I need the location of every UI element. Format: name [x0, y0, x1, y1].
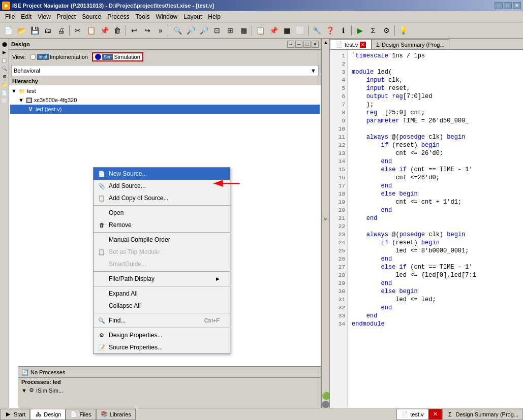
- side-icon-3[interactable]: 📋: [1, 57, 8, 64]
- more-button[interactable]: »: [155, 24, 167, 37]
- ctx-source-props[interactable]: 📝 Source Properties...: [94, 341, 230, 353]
- menu-tools[interactable]: Tools: [133, 12, 153, 21]
- dropdown-arrow-icon: ▼: [311, 68, 316, 74]
- smartguide-icon: [98, 260, 106, 268]
- design-summary-tab[interactable]: Σ Design Summary (Prog...: [372, 39, 449, 49]
- redo-button[interactable]: ↪: [141, 24, 153, 37]
- side-icon-7[interactable]: 📄: [1, 89, 8, 96]
- tree-item-module-label: led (test.v): [36, 106, 61, 112]
- green-circle-icon[interactable]: 🟢: [322, 392, 330, 400]
- ctx-find[interactable]: 🔍 Find... Ctrl+F: [94, 314, 230, 327]
- ctx-add-copy[interactable]: 📋 Add Copy of Source...: [94, 192, 230, 204]
- ctx-manual-compile-label: Manual Compile Order: [109, 236, 170, 243]
- sim-radio[interactable]: [95, 54, 101, 60]
- ctx-open[interactable]: Open: [94, 207, 230, 219]
- wrench-button[interactable]: 🔧: [311, 24, 323, 37]
- side-icon-5[interactable]: ⚙: [1, 73, 8, 80]
- collapse-up-button[interactable]: ▲: [322, 39, 329, 46]
- source-props-icon: 📝: [98, 343, 106, 351]
- impl-radio[interactable]: [30, 54, 36, 60]
- menu-source[interactable]: Source: [79, 12, 104, 21]
- ctx-collapse-all[interactable]: Collapse All: [94, 300, 230, 312]
- side-icon-2[interactable]: ▶: [1, 49, 8, 56]
- panel-expand-btn[interactable]: ↔: [287, 41, 294, 48]
- ctx-design-props[interactable]: ⚙ Design Properties...: [94, 329, 230, 341]
- design-tab[interactable]: 🖧 Design: [30, 409, 66, 420]
- paste2-button[interactable]: 📌: [267, 24, 280, 37]
- menu-window[interactable]: Window: [153, 12, 181, 21]
- menu-help[interactable]: Help: [205, 12, 224, 21]
- processes-panel: Processes: led ▼ ⚙ ISim Sim...: [18, 377, 321, 408]
- print-button[interactable]: 🖨: [55, 24, 67, 37]
- info-button[interactable]: ℹ: [337, 24, 349, 37]
- bulb-button[interactable]: 💡: [397, 24, 409, 37]
- zoom-sel-button[interactable]: ⊞: [224, 24, 236, 37]
- paste-button[interactable]: 📌: [98, 24, 110, 37]
- ctx-remove[interactable]: 🗑 Remove: [94, 219, 230, 231]
- cut-button[interactable]: ✂: [72, 24, 84, 37]
- display-button[interactable]: ▦: [237, 24, 250, 37]
- ctx-expand-all[interactable]: Expand All: [94, 287, 230, 300]
- menu-view[interactable]: View: [35, 12, 54, 21]
- behavioral-select[interactable]: Behavioral ▼: [11, 65, 319, 76]
- design-summary-status-label: Design Summary (Prog...: [456, 411, 518, 417]
- tree-item-test[interactable]: ▼ 📁 test: [10, 86, 320, 95]
- side-icon-8[interactable]: ⬜: [1, 98, 8, 105]
- design-summary-status-tab[interactable]: Σ Design Summary (Prog...: [442, 409, 523, 420]
- code-tab-testv[interactable]: 📄 test.v ✕: [330, 39, 372, 49]
- sep4: [252, 25, 252, 36]
- code-tab-label: test.v: [345, 42, 358, 48]
- files-tab[interactable]: 📄 Files: [66, 409, 96, 420]
- sigma-button[interactable]: Σ: [367, 24, 379, 37]
- side-icon-1[interactable]: ⬤: [1, 41, 8, 48]
- side-icon-4[interactable]: 🔍: [1, 65, 8, 72]
- tree-item-chip[interactable]: ▼ 🔲 xc3s500e-4fg320: [10, 95, 320, 105]
- open-button[interactable]: 📂: [15, 24, 27, 37]
- start-tab[interactable]: ▶ Start: [0, 409, 30, 420]
- minimize-button[interactable]: ─: [495, 2, 503, 9]
- panel-collapse-btn[interactable]: ─: [295, 41, 302, 48]
- menu-edit[interactable]: Edit: [18, 12, 35, 21]
- zoom-in-button[interactable]: 🔎: [184, 24, 197, 37]
- new-file-button[interactable]: 📄: [2, 24, 14, 37]
- manual-compile-icon: [98, 236, 106, 244]
- config-button[interactable]: ⚙: [380, 24, 392, 37]
- close-tab-button[interactable]: ✕: [360, 42, 366, 48]
- ctx-new-source[interactable]: 📄 New Source...: [94, 168, 230, 180]
- save-all-button[interactable]: 🗂: [42, 24, 54, 37]
- testv-status-tab[interactable]: 📄 test.v: [396, 409, 428, 420]
- menu-file[interactable]: File: [2, 12, 18, 21]
- undo-button[interactable]: ↩: [128, 24, 140, 37]
- close-button[interactable]: ✕: [513, 2, 521, 9]
- group-button[interactable]: ▦: [281, 24, 293, 37]
- libraries-tab[interactable]: 📚 Libraries: [96, 409, 136, 420]
- gray-circle-icon[interactable]: ⬤: [322, 400, 330, 408]
- ctx-sep6: [94, 328, 230, 328]
- simulation-radio-group[interactable]: Sim Simulation: [92, 52, 143, 61]
- ctx-add-source[interactable]: 📎 Add Source...: [94, 180, 230, 192]
- ctx-add-source-label: Add Source...: [109, 182, 146, 189]
- zoom-fit-button[interactable]: ⊡: [211, 24, 223, 37]
- close-testv-tab[interactable]: ✕: [428, 409, 442, 420]
- panel-close-btn[interactable]: ✕: [312, 41, 319, 48]
- block-button[interactable]: ⬜: [294, 24, 306, 37]
- maximize-button[interactable]: □: [504, 2, 512, 9]
- delete-button[interactable]: 🗑: [111, 24, 124, 37]
- panel-restore-btn[interactable]: □: [303, 41, 311, 48]
- menu-layout[interactable]: Layout: [180, 12, 205, 21]
- find-button[interactable]: 🔍: [171, 24, 183, 37]
- ctx-file-path[interactable]: File/Path Display ▶: [94, 273, 230, 285]
- run-button[interactable]: ▶: [354, 24, 366, 37]
- copy2-button[interactable]: 📋: [254, 24, 266, 37]
- menu-project[interactable]: Project: [54, 12, 79, 21]
- copy-button[interactable]: 📋: [85, 24, 97, 37]
- isim-item[interactable]: ▼ ⚙ ISim Sim...: [18, 386, 321, 395]
- ctx-manual-compile[interactable]: Manual Compile Order: [94, 234, 230, 246]
- code-content[interactable]: `timescale 1ns / 1ps module led( input c…: [348, 50, 523, 408]
- tree-item-module[interactable]: V led (test.v): [10, 105, 320, 114]
- menu-process[interactable]: Process: [104, 12, 132, 21]
- help2-button[interactable]: ❓: [324, 24, 336, 37]
- zoom-out-button[interactable]: 🔎: [198, 24, 210, 37]
- side-icon-6[interactable]: 📁: [1, 81, 8, 88]
- save-button[interactable]: 💾: [28, 24, 41, 37]
